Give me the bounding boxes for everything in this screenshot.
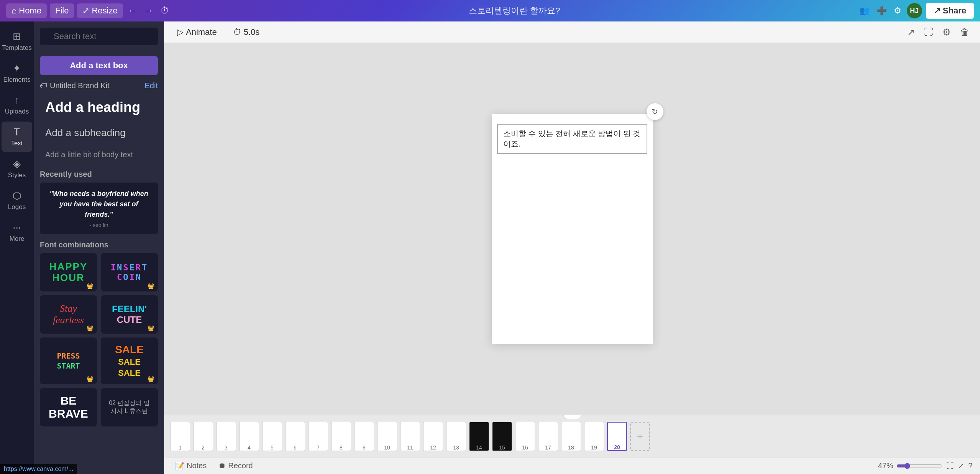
elements-icon: ✦ [13, 63, 21, 74]
press-start-text: PRESSSTART [57, 351, 80, 371]
font-combo-stay-fearless[interactable]: Stayfearless 👑 [40, 295, 97, 334]
brand-kit-edit-button[interactable]: Edit [145, 81, 158, 90]
quote-text: "Who needs a boyfriend when you have the… [46, 189, 152, 220]
share-icon: ↗ [934, 6, 941, 16]
add-text-box-button[interactable]: Add a text box [40, 56, 158, 75]
font-combo-feelin-cute[interactable]: FEELIN'CUTE 👑 [101, 295, 158, 334]
page-thumb-19[interactable]: 19 [584, 422, 604, 451]
sidebar-item-more[interactable]: ··· More [2, 217, 32, 247]
page-thumb-16[interactable]: 16 [515, 422, 535, 451]
logos-icon: ⬡ [13, 190, 21, 202]
canvas-toolbar: ▷ Animate ⏱ 5.0s ↗ ⛶ ⚙ 🗑 [164, 21, 980, 43]
recently-used-title: Recently used [40, 170, 158, 179]
topbar-center: 스토리텔링이란 할까요? [174, 5, 855, 16]
sidebar-item-styles[interactable]: ◈ Styles [2, 153, 32, 184]
page-thumb-8[interactable]: 8 [331, 422, 351, 451]
more-label: More [10, 235, 25, 243]
font-combo-sale[interactable]: SALESALESALE 👑 [101, 337, 158, 384]
font-combo-press-start[interactable]: PRESSSTART 👑 [40, 337, 97, 384]
hide-filmstrip-button[interactable]: — [563, 415, 581, 419]
animate-button[interactable]: ▷ Animate [172, 24, 222, 40]
page-thumb-1[interactable]: 1 [170, 422, 190, 451]
canvas-wrapper: 소비할 수 있는 전혀 새로운 방법이 된 것이죠. ↻ [492, 114, 653, 344]
page-thumb-13[interactable]: 13 [446, 422, 466, 451]
font-combo-editor[interactable]: 02 편집장의 말사사 L 휴스턴 [101, 388, 158, 426]
settings-toolbar-icon[interactable]: ⚙ [939, 25, 954, 39]
topbar-right: 👥 ➕ ⚙ HJ ↗ Share [858, 3, 974, 19]
page-thumb-20[interactable]: 20 [607, 422, 627, 451]
duration-button[interactable]: ⏱ 5.0s [228, 24, 265, 40]
sidebar-item-elements[interactable]: ✦ Elements [2, 58, 32, 88]
canvas-content: 소비할 수 있는 전혀 새로운 방법이 된 것이죠. ↻ [164, 43, 980, 415]
feelin-cute-text: FEELIN'CUTE [112, 304, 147, 325]
page-thumb-12[interactable]: 12 [423, 422, 443, 451]
quote-author: - seo lin [46, 222, 152, 228]
zoom-slider[interactable] [896, 463, 942, 469]
home-label: Home [19, 6, 41, 16]
font-combo-happy-hour[interactable]: HAPPYHOUR 👑 [40, 253, 97, 291]
page-thumb-11[interactable]: 11 [400, 422, 420, 451]
page-thumb-17[interactable]: 17 [538, 422, 558, 451]
sidebar-item-templates[interactable]: ⊞ Templates [2, 26, 32, 56]
uploads-label: Uploads [5, 108, 29, 115]
page-thumb-7[interactable]: 7 [308, 422, 328, 451]
canvas-area: ▷ Animate ⏱ 5.0s ↗ ⛶ ⚙ 🗑 소비할 수 있는 전혀 새로운… [164, 21, 980, 474]
font-combo-insert-coin[interactable]: INSERTCOIN 👑 [101, 253, 158, 291]
toolbar-right-icons: ↗ ⛶ ⚙ 🗑 [904, 25, 972, 39]
add-body-option[interactable]: Add a little bit of body text [40, 146, 158, 164]
page-thumb-10[interactable]: 10 [377, 422, 397, 451]
add-subheading-option[interactable]: Add a subheading [40, 122, 158, 143]
undo-button[interactable]: ← [126, 3, 139, 18]
home-button[interactable]: ⌂ Home [6, 3, 47, 18]
settings-icon[interactable]: ⚙ [892, 4, 903, 17]
font-combo-be-brave[interactable]: BEBRAVE [40, 388, 97, 426]
share-button[interactable]: ↗ Share [926, 3, 974, 19]
add-heading-option[interactable]: Add a heading [40, 95, 158, 120]
delete-icon[interactable]: 🗑 [957, 25, 972, 39]
styles-icon: ◈ [13, 158, 21, 170]
editor-text-content: 02 편집장의 말사사 L 휴스턴 [109, 399, 150, 415]
text-label: Text [11, 140, 23, 147]
page-thumb-9[interactable]: 9 [354, 422, 374, 451]
page-thumb-14[interactable]: 14 [469, 422, 489, 451]
sidebar-item-text[interactable]: T Text [2, 122, 32, 152]
record-button[interactable]: ⏺ Record [215, 460, 256, 472]
notes-button[interactable]: 📝 Notes [172, 460, 210, 472]
fit-screen-icon[interactable]: ⛶ [946, 461, 954, 470]
zoom-label: 47% [878, 461, 893, 470]
page-thumb-2[interactable]: 2 [193, 422, 213, 451]
resize-button[interactable]: ⤢ Resize [77, 3, 123, 18]
elements-label: Elements [3, 76, 31, 84]
timer-button[interactable]: ⏱ [158, 3, 171, 18]
canvas-page[interactable]: 소비할 수 있는 전혀 새로운 방법이 된 것이죠. [492, 114, 653, 344]
sidebar-item-logos[interactable]: ⬡ Logos [2, 185, 32, 216]
page-thumb-5[interactable]: 5 [262, 422, 282, 451]
recently-used-card[interactable]: "Who needs a boyfriend when you have the… [40, 183, 158, 234]
status-right: 47% ⛶ ⤢ ? [878, 461, 972, 471]
topbar: ⌂ Home File ⤢ Resize ← → ⏱ 스토리텔링이란 할까요? … [0, 0, 980, 21]
avatar[interactable]: HJ [907, 3, 922, 18]
canvas-text-box[interactable]: 소비할 수 있는 전혀 새로운 방법이 된 것이죠. [497, 124, 647, 154]
crown-icon-6: 👑 [148, 376, 154, 382]
share-icon-toolbar[interactable]: ↗ [904, 25, 918, 39]
add-page-button[interactable]: + [630, 422, 650, 451]
refresh-button[interactable]: ↻ [647, 103, 663, 120]
brand-kit-label: Untitled Brand Kit [50, 81, 110, 90]
templates-label: Templates [2, 44, 31, 52]
page-thumb-4[interactable]: 4 [239, 422, 259, 451]
stay-fearless-text: Stayfearless [53, 303, 84, 326]
page-thumb-18[interactable]: 18 [561, 422, 581, 451]
page-thumb-6[interactable]: 6 [285, 422, 305, 451]
search-input[interactable] [40, 28, 158, 45]
fullscreen-icon[interactable]: ⛶ [921, 25, 936, 39]
sidebar-item-uploads[interactable]: ↑ Uploads [2, 90, 32, 120]
brand-kit-icon: 🏷 [40, 81, 48, 90]
help-icon[interactable]: ? [968, 461, 972, 470]
redo-button[interactable]: → [142, 3, 155, 18]
page-thumb-3[interactable]: 3 [216, 422, 236, 451]
record-label: Record [228, 461, 253, 470]
file-button[interactable]: File [50, 3, 74, 18]
fullscreen-status-icon[interactable]: ⤢ [958, 461, 964, 471]
add-person-icon[interactable]: ➕ [875, 4, 888, 17]
page-thumb-15[interactable]: 15 [492, 422, 512, 451]
